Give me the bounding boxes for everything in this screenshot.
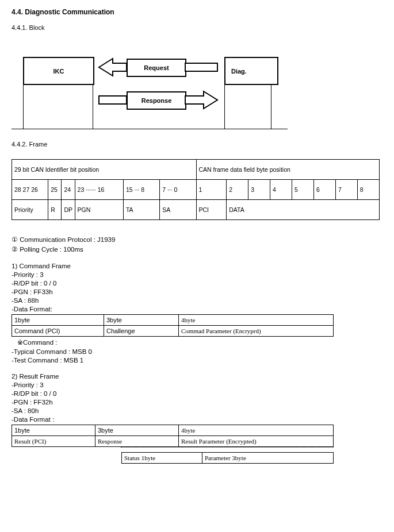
cell: 7 <box>335 180 357 200</box>
note1: ① Communication Protocol : J1939 <box>12 236 382 244</box>
svg-marker-0 <box>99 59 127 76</box>
cell: 6 <box>313 180 335 200</box>
svg-marker-3 <box>185 91 217 109</box>
cmd-tst: -Test Command : MSB 1 <box>12 357 382 364</box>
res-p3: -PGN : FF32h <box>12 399 382 406</box>
cell: TA <box>123 200 159 220</box>
cell: 5 <box>292 180 314 200</box>
cell: DATA <box>227 200 380 220</box>
cell: 4 <box>270 180 292 200</box>
cell: 2 <box>227 180 248 200</box>
cell: 1 <box>196 180 227 200</box>
cell: 3byte <box>104 315 179 326</box>
cell: PCI <box>196 200 227 220</box>
cell: 25 <box>48 180 62 200</box>
note2: ② Polling Cycle : 100ms <box>12 245 382 253</box>
cell: 7 ··· 0 <box>160 180 196 200</box>
box-diag: Diag. <box>224 57 278 85</box>
diag-legs <box>224 84 271 129</box>
cell: 15 ··· 8 <box>123 180 159 200</box>
cell: DP <box>62 200 75 220</box>
hdr-right: CAN frame data field byte position <box>196 160 380 180</box>
svg-rect-1 <box>185 63 217 71</box>
response-label: Response <box>127 91 186 110</box>
arrow-stub-right-icon <box>99 91 127 109</box>
cell: PGN <box>75 200 123 220</box>
res-p4: -SA : 80h <box>12 407 382 414</box>
cell: 1byte <box>12 425 95 436</box>
dotted-connector <box>121 447 334 452</box>
cell: Result Parameter (Encrypted) <box>179 436 334 447</box>
cell: SA <box>160 200 196 220</box>
cmd-p5: -Data Format: <box>12 306 382 313</box>
res-sub-table: Status 1byte Parameter 3byte <box>121 452 334 464</box>
star-cmd: ※Command : <box>17 338 382 346</box>
res-p5: -Data Format : <box>12 416 382 423</box>
arrow-stub-left-icon <box>185 59 217 76</box>
hdr-left: 29 bit CAN Identifier bit position <box>12 160 197 180</box>
res-data-table: 1byte 3byte 4byte Result (PCI) Response … <box>12 425 334 447</box>
cell: 28 27 26 <box>12 180 48 200</box>
cmd-data-table: 1byte 3byte 4byte Command (PCI) Challeng… <box>12 314 334 337</box>
subsection-frame-title: 4.4.2. Frame <box>12 141 382 148</box>
cell: 4byte <box>179 315 334 326</box>
arrow-right-icon <box>185 91 217 109</box>
cell: 3byte <box>95 425 179 436</box>
request-label: Request <box>127 59 186 77</box>
cell: Commad Parameter (Encryprd) <box>179 326 334 337</box>
cell: Parameter 3byte <box>202 453 334 464</box>
block-diagram: IKC Diag. Request Response <box>12 48 288 129</box>
cmd-p3: -PGN : FF33h <box>12 288 382 295</box>
cell: 1byte <box>12 315 104 326</box>
svg-rect-2 <box>99 96 127 104</box>
cell: Response <box>95 436 179 447</box>
cell: Priority <box>12 200 48 220</box>
cell: 23 ······ 16 <box>75 180 123 200</box>
section-title: 4.4. Diagnostic Communication <box>12 8 382 16</box>
cell: Status 1byte <box>122 453 202 464</box>
res-p1: -Priority : 3 <box>12 381 382 388</box>
res-p2: -R/DP bit : 0 / 0 <box>12 390 382 397</box>
arrow-left-icon <box>99 59 127 76</box>
cell: 4byte <box>179 425 334 436</box>
ikc-legs <box>23 84 93 129</box>
cmd-p2: -R/DP bit : 0 / 0 <box>12 280 382 287</box>
box-ikc: IKC <box>23 57 94 85</box>
cmd-p4: -SA : 88h <box>12 297 382 304</box>
cell: Command (PCI) <box>12 326 104 337</box>
cmd-typ: -Typical Command : MSB 0 <box>12 348 382 355</box>
cell: R <box>48 200 62 220</box>
cmd-p1: -Priority : 3 <box>12 271 382 278</box>
cell: Challenge <box>104 326 179 337</box>
cell: 8 <box>357 180 379 200</box>
cmd-title: 1) Command Frame <box>12 263 382 269</box>
cell: 3 <box>248 180 270 200</box>
cell: 24 <box>62 180 75 200</box>
subsection-block-title: 4.4.1. Block <box>12 24 382 31</box>
res-title: 2) Result Frame <box>12 373 382 380</box>
cell: Result (PCI) <box>12 436 95 447</box>
frame-table: 29 bit CAN Identifier bit position CAN f… <box>12 159 380 220</box>
